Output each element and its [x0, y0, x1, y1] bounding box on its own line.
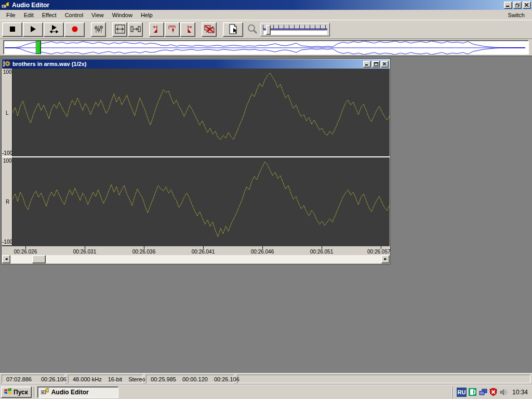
menu-bar: File Edit Effect Control View Window Hel… [0, 10, 532, 20]
system-tray: RU 10:34 [452, 386, 531, 398]
zoom-selection-button[interactable] [112, 22, 127, 37]
markers-button[interactable] [165, 22, 180, 37]
title-bar: Audio Editor [0, 0, 532, 10]
taskbar-divider [34, 387, 35, 397]
selection-length: 00:00.120 [182, 376, 208, 382]
scroll-right-button[interactable]: ► [381, 255, 390, 263]
playback-position-cursor[interactable] [36, 41, 41, 54]
play-icon [30, 26, 36, 33]
editor-window-icon [3, 60, 10, 68]
messenger-tray-icon[interactable] [469, 388, 477, 396]
stop-button[interactable] [2, 22, 22, 37]
play-range-icon [50, 25, 58, 34]
volume-tray-icon[interactable] [500, 388, 508, 396]
app-icon [2, 2, 10, 9]
time-label: 00:26.036 [132, 249, 156, 255]
right-amplitude-ruler: 100 R -100 [2, 157, 12, 245]
toolbar-gap [143, 29, 149, 30]
scrollbar-track[interactable] [10, 255, 381, 263]
time-label: 00:26.057 [367, 249, 391, 255]
scrollbar-thumb[interactable] [32, 255, 46, 263]
channel-left: 100 L -100 [2, 69, 390, 156]
zoom-slider[interactable] [260, 23, 330, 36]
waveform-display-left[interactable] [12, 69, 390, 156]
scale-label: 100 [3, 69, 12, 75]
total-time: 07:02.886 [6, 376, 32, 382]
menu-help[interactable]: Help [137, 11, 157, 19]
toolbar-gap [196, 29, 202, 30]
editor-close-button[interactable] [381, 61, 389, 68]
network-tray-icon[interactable] [479, 388, 487, 396]
fit-window-button[interactable] [128, 22, 143, 37]
time-label: 00:26.031 [73, 249, 97, 255]
zoom-slider-groove[interactable] [263, 30, 327, 35]
toolbar-gap [217, 29, 223, 30]
mixer-button[interactable] [91, 22, 106, 37]
menu-file[interactable]: File [2, 11, 20, 19]
overview-envelope-top [5, 41, 525, 48]
start-button[interactable]: Пуск [1, 387, 32, 398]
record-button[interactable] [64, 22, 85, 37]
marker-start-icon [152, 24, 162, 35]
task-button-label: Audio Editor [51, 389, 89, 396]
toolbar-gap [85, 29, 91, 30]
selection-end: 00:26.106 [214, 376, 240, 382]
cursor-time: 00:26.106 [41, 376, 66, 382]
waveform-display-right[interactable] [12, 157, 390, 245]
stop-icon [9, 26, 16, 33]
arrow-left-icon: ◄ [4, 257, 8, 261]
marker-end-button[interactable] [180, 22, 195, 37]
menu-edit[interactable]: Edit [20, 11, 38, 19]
channel-label-right: R [6, 198, 9, 204]
horizontal-scrollbar[interactable]: ◄ ► [2, 255, 390, 263]
start-button-label: Пуск [14, 389, 28, 396]
editor-window-title: brothers in arms.wav (1/2x) [12, 61, 362, 67]
overview-row [0, 39, 532, 56]
task-button-audio-editor[interactable]: Audio Editor [37, 387, 118, 398]
play-range-button[interactable] [44, 22, 64, 37]
scrap-disabled-button[interactable] [202, 22, 217, 37]
status-time-panel: 07:02.886 00:26.106 [2, 375, 65, 383]
security-alert-tray-icon[interactable] [489, 388, 498, 396]
editor-maximize-button[interactable] [372, 61, 380, 68]
channel-label-left: L [6, 110, 9, 115]
overview-envelope-bottom [5, 48, 525, 55]
menu-switch[interactable]: Switch [503, 11, 530, 19]
channel-mode: Stereo [128, 376, 145, 382]
minimize-button[interactable] [504, 2, 512, 9]
marker-start-button[interactable] [149, 22, 164, 37]
scrap-disabled-icon [204, 24, 215, 35]
toolbar [0, 20, 532, 39]
language-indicator[interactable]: RU [457, 388, 467, 397]
mixer-icon [95, 25, 103, 34]
menu-control[interactable]: Control [61, 11, 87, 19]
menu-view[interactable]: View [87, 11, 108, 19]
new-from-clipboard-icon [229, 24, 238, 35]
menu-window[interactable]: Window [108, 11, 137, 19]
play-button[interactable] [23, 22, 43, 37]
workspace: brothers in arms.wav (1/2x) 100 L -100 [0, 56, 532, 373]
taskbar: Пуск Audio Editor RU 10:34 [0, 384, 532, 399]
close-button[interactable] [523, 2, 531, 9]
scroll-left-button[interactable]: ◄ [2, 255, 10, 263]
selection-start: 00:25.985 [151, 376, 176, 382]
editor-window: brothers in arms.wav (1/2x) 100 L -100 [1, 58, 391, 264]
overview-waveform[interactable] [3, 40, 529, 55]
editor-minimize-button[interactable] [363, 61, 371, 68]
status-bar: 07:02.886 00:26.106 48.000 kHz 16-bit St… [0, 373, 532, 384]
waveform-right-polyline [12, 162, 390, 237]
new-from-clipboard-button[interactable] [223, 22, 243, 37]
bit-depth: 16-bit [108, 376, 123, 382]
windows-logo-icon [4, 388, 12, 396]
restore-button[interactable] [513, 2, 522, 9]
editor-title-bar[interactable]: brothers in arms.wav (1/2x) [2, 59, 390, 69]
scale-label: -100 [2, 239, 12, 245]
menu-effect[interactable]: Effect [38, 11, 61, 19]
status-empty-panel [237, 375, 530, 383]
time-label: 00:26.041 [192, 249, 215, 255]
waveform-left-polyline [12, 73, 390, 140]
status-format-panel: 48.000 kHz 16-bit Stereo [68, 375, 143, 383]
time-ruler[interactable]: 00:26.026 00:26.031 00:26.036 00:26.041 … [2, 245, 390, 255]
zoom-slider-thumb[interactable] [266, 25, 271, 35]
arrow-right-icon: ► [383, 257, 388, 261]
